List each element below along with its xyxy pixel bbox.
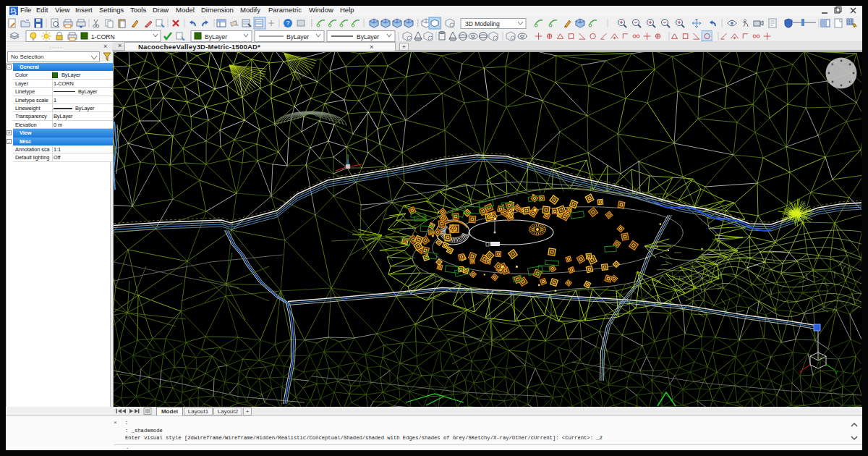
svg-text:Y: Y bbox=[835, 370, 838, 375]
svg-text:x: x bbox=[799, 369, 802, 374]
